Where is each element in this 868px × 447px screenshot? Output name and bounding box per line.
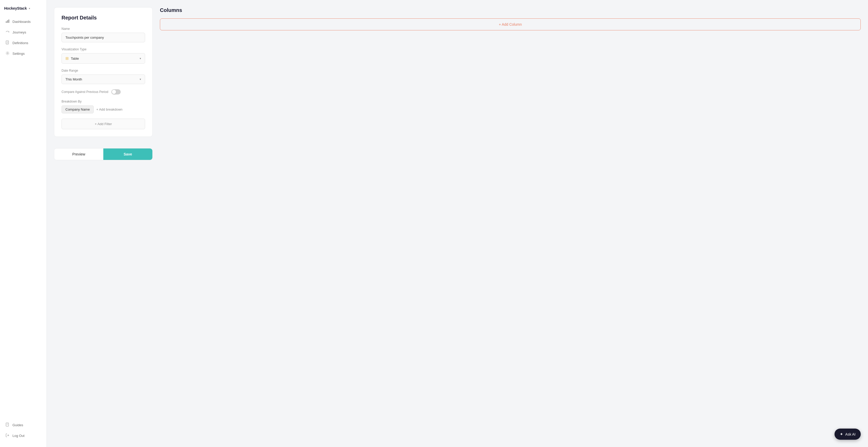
breakdown-section: Breakdown By Company Name + Add breakdow… bbox=[62, 100, 145, 114]
ask-ai-button[interactable]: ✦ Ask AI bbox=[835, 428, 861, 440]
visualization-chevron-icon: ▾ bbox=[140, 57, 141, 60]
guides-icon bbox=[5, 423, 10, 427]
settings-icon bbox=[5, 51, 10, 56]
sidebar-chevron-icon: ▾ bbox=[29, 7, 30, 10]
columns-panel: Columns + Add Column bbox=[160, 7, 861, 440]
sidebar-item-journeys[interactable]: Journeys bbox=[2, 27, 44, 37]
date-range-chevron-icon: ▾ bbox=[140, 77, 141, 81]
sidebar-item-dashboards-label: Dashboards bbox=[12, 20, 31, 24]
main-content: Report Details Name Visualization Type ⊞… bbox=[47, 0, 868, 447]
sidebar-item-guides[interactable]: Guides bbox=[2, 420, 44, 430]
sidebar-item-settings[interactable]: Settings bbox=[2, 49, 44, 59]
visualization-select-left: ⊞ Table bbox=[65, 56, 79, 61]
report-details-panel: Report Details Name Visualization Type ⊞… bbox=[54, 7, 153, 137]
svg-rect-2 bbox=[8, 20, 9, 23]
preview-button[interactable]: Preview bbox=[54, 149, 103, 160]
sidebar-item-logout[interactable]: Log Out bbox=[2, 430, 44, 441]
dashboards-icon bbox=[5, 19, 10, 24]
name-label: Name bbox=[62, 27, 145, 31]
left-column: Report Details Name Visualization Type ⊞… bbox=[54, 7, 153, 440]
name-field-group: Name bbox=[62, 27, 145, 42]
compare-toggle[interactable] bbox=[111, 89, 121, 95]
svg-rect-0 bbox=[6, 21, 7, 23]
date-range-value: This Month bbox=[65, 77, 82, 81]
definitions-icon bbox=[5, 40, 10, 45]
report-name-input[interactable] bbox=[62, 33, 145, 42]
sidebar-item-dashboards[interactable]: Dashboards bbox=[2, 17, 44, 27]
sidebar-item-definitions[interactable]: Definitions bbox=[2, 38, 44, 48]
content-area: Report Details Name Visualization Type ⊞… bbox=[47, 0, 868, 447]
compare-label: Compare Against Previous Period bbox=[62, 90, 108, 94]
action-row: Preview Save bbox=[54, 148, 153, 160]
date-range-select[interactable]: This Month ▾ bbox=[62, 74, 145, 84]
columns-title: Columns bbox=[160, 7, 861, 13]
sidebar-item-journeys-label: Journeys bbox=[12, 30, 26, 34]
ask-ai-label: Ask AI bbox=[845, 432, 856, 436]
add-column-button[interactable]: + Add Column bbox=[160, 19, 861, 30]
sidebar-nav: Dashboards Journeys Definitions bbox=[0, 17, 46, 420]
table-icon: ⊞ bbox=[65, 56, 69, 61]
sidebar-item-definitions-label: Definitions bbox=[12, 41, 28, 45]
report-details-title: Report Details bbox=[62, 15, 145, 21]
sidebar-item-guides-label: Guides bbox=[12, 423, 23, 427]
add-breakdown-link[interactable]: + Add breakdown bbox=[96, 107, 123, 111]
visualization-select[interactable]: ⊞ Table ▾ bbox=[62, 53, 145, 64]
ask-ai-icon: ✦ bbox=[840, 432, 843, 437]
add-filter-button[interactable]: + Add Filter bbox=[62, 119, 145, 129]
logout-icon bbox=[5, 433, 10, 438]
journeys-icon bbox=[5, 30, 10, 35]
date-range-field-group: Date Range This Month ▾ bbox=[62, 69, 145, 84]
visualization-field-group: Visualization Type ⊞ Table ▾ bbox=[62, 47, 145, 64]
breakdown-tag[interactable]: Company Name bbox=[62, 105, 94, 114]
visualization-value: Table bbox=[71, 57, 79, 61]
sidebar: HockeyStack ▾ Dashboards Journeys bbox=[0, 0, 47, 447]
sidebar-item-settings-label: Settings bbox=[12, 52, 25, 56]
svg-rect-1 bbox=[7, 20, 8, 23]
breakdown-row: Company Name + Add breakdown bbox=[62, 105, 145, 114]
compare-toggle-row: Compare Against Previous Period bbox=[62, 89, 145, 95]
sidebar-bottom: Guides Log Out bbox=[0, 420, 46, 443]
date-range-label: Date Range bbox=[62, 69, 145, 72]
sidebar-item-logout-label: Log Out bbox=[12, 434, 24, 438]
sidebar-logo[interactable]: HockeyStack ▾ bbox=[0, 4, 46, 17]
save-button[interactable]: Save bbox=[103, 149, 152, 160]
sidebar-logo-text: HockeyStack bbox=[4, 6, 27, 10]
visualization-label: Visualization Type bbox=[62, 47, 145, 51]
breakdown-label: Breakdown By bbox=[62, 100, 145, 103]
svg-point-4 bbox=[7, 53, 8, 54]
